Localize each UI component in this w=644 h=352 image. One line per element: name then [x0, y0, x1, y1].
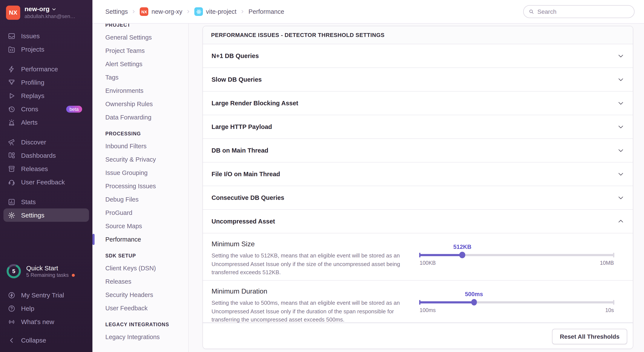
- sidebar-item-label: My Sentry Trial: [21, 292, 64, 299]
- sidebar-item-stats[interactable]: Stats: [0, 195, 92, 208]
- minimum-size-slider: 512KB 100KB 10MB: [420, 234, 614, 280]
- settings-nav-item-tags[interactable]: Tags: [92, 70, 188, 84]
- slider-min-tick: [419, 252, 420, 258]
- quick-start-widget[interactable]: 5 Quick Start 5 Remaining tasks: [0, 260, 92, 282]
- sidebar-item-dashboards[interactable]: Dashboards: [0, 149, 92, 162]
- slider-max-tick: [613, 300, 614, 305]
- top-bar: SettingsNXnew-org-xyvite-projectPerforma…: [92, 0, 644, 24]
- projects-icon: [8, 45, 16, 53]
- sidebar-item-label: Crons: [21, 105, 38, 112]
- sidebar-item-label: Releases: [21, 165, 48, 172]
- sidebar-item-releases[interactable]: Releases: [0, 162, 92, 175]
- org-avatar: NX: [6, 5, 20, 20]
- right-region: SettingsNXnew-org-xyvite-projectPerforma…: [92, 0, 644, 352]
- settings-nav-item-performance[interactable]: Performance: [92, 232, 188, 246]
- breadcrumb-performance[interactable]: Performance: [248, 8, 284, 15]
- org-meta: new-org abdullah.khan@sen…: [24, 5, 76, 20]
- detector-row-file-i-o-on-main-thread[interactable]: File I/O on Main Thread: [203, 162, 633, 186]
- chevron-down-icon: [52, 7, 56, 12]
- help-icon: [8, 304, 16, 312]
- org-switcher[interactable]: NX new-org abdullah.khan@sen…: [0, 0, 92, 24]
- detector-list: N+1 DB QueriesSlow DB QueriesLarge Rende…: [203, 44, 633, 234]
- sidebar-item-discover[interactable]: Discover: [0, 136, 92, 149]
- sidebar-item-user-feedback[interactable]: User Feedback: [0, 175, 92, 189]
- slider-track[interactable]: [420, 254, 614, 256]
- chevron-up-icon: [617, 218, 624, 225]
- whats-new-icon: [8, 318, 16, 326]
- search-input[interactable]: [538, 8, 630, 15]
- sidebar-item-my-sentry-trial[interactable]: My Sentry Trial: [0, 288, 92, 302]
- stats-icon: [8, 198, 16, 206]
- detector-row-slow-db-queries[interactable]: Slow DB Queries: [203, 68, 633, 92]
- settings-nav-item-alert-settings[interactable]: Alert Settings: [92, 57, 188, 70]
- minimum-duration-description: Setting the value to 500ms, means that a…: [212, 299, 407, 324]
- sidebar-item-label: Help: [21, 305, 34, 312]
- settings-nav-item-security-privacy[interactable]: Security & Privacy: [92, 152, 188, 166]
- detector-row-uncompressed-asset[interactable]: Uncompressed Asset: [203, 210, 633, 234]
- breadcrumb-vite-project[interactable]: vite-project: [194, 7, 236, 16]
- chevron-down-icon: [617, 171, 624, 178]
- slider-max-label: 10s: [605, 307, 614, 313]
- settings-nav-item-legacy-integrations[interactable]: Legacy Integrations: [92, 330, 188, 344]
- breadcrumb-new-org-xy[interactable]: NXnew-org-xy: [140, 7, 182, 16]
- sidebar-item-label: Projects: [21, 46, 44, 53]
- slider-min-label: 100KB: [420, 260, 436, 266]
- minimum-duration-title: Minimum Duration: [212, 287, 407, 296]
- settings-nav-item-ownership-rules[interactable]: Ownership Rules: [92, 97, 188, 110]
- detector-label: DB on Main Thread: [212, 147, 268, 154]
- sidebar-item-label: Profiling: [21, 79, 44, 86]
- sidebar-item-help[interactable]: Help: [0, 302, 92, 315]
- settings-nav-item-debug-files[interactable]: Debug Files: [92, 192, 188, 206]
- detector-row-large-render-blocking-asset[interactable]: Large Render Blocking Asset: [203, 92, 633, 115]
- settings-nav: PROJECTGeneral SettingsProject TeamsAler…: [92, 24, 189, 352]
- sidebar-item-what-s-new[interactable]: What's new: [0, 315, 92, 328]
- settings-nav-item-environments[interactable]: Environments: [92, 84, 188, 97]
- settings-nav-item-source-maps[interactable]: Source Maps: [92, 219, 188, 232]
- sidebar-item-performance[interactable]: Performance: [0, 62, 92, 76]
- search-box[interactable]: [523, 5, 634, 18]
- sidebar-collapse-button[interactable]: Collapse: [0, 334, 92, 347]
- settings-nav-item-project-teams[interactable]: Project Teams: [92, 44, 188, 57]
- settings-nav-item-general-settings[interactable]: General Settings: [92, 30, 188, 44]
- slider-thumb[interactable]: [471, 299, 477, 305]
- slider-fill: [420, 254, 462, 256]
- quick-start-count: 5: [12, 268, 15, 274]
- breadcrumb-settings[interactable]: Settings: [105, 8, 128, 15]
- settings-nav-item-security-headers[interactable]: Security Headers: [92, 288, 188, 301]
- detector-row-db-on-main-thread[interactable]: DB on Main Thread: [203, 139, 633, 162]
- settings-nav-item-client-keys-dsn[interactable]: Client Keys (DSN): [92, 261, 188, 275]
- detector-row-large-http-payload[interactable]: Large HTTP Payload: [203, 115, 633, 139]
- settings-nav-item-releases[interactable]: Releases: [92, 275, 188, 288]
- sidebar-item-profiling[interactable]: Profiling: [0, 76, 92, 89]
- settings-nav-item-proguard[interactable]: ProGuard: [92, 206, 188, 219]
- sidebar-item-settings[interactable]: Settings: [4, 208, 89, 222]
- slider-max-tick: [613, 252, 614, 258]
- replays-icon: [8, 92, 16, 100]
- chevron-down-icon: [617, 100, 624, 106]
- slider-thumb[interactable]: [459, 252, 465, 258]
- detector-label: Slow DB Queries: [212, 76, 262, 83]
- settings-nav-item-issue-grouping[interactable]: Issue Grouping: [92, 166, 188, 179]
- reset-all-thresholds-button[interactable]: Reset All Thresholds: [552, 328, 628, 344]
- collapse-icon: [8, 336, 16, 344]
- user-feedback-icon: [8, 178, 16, 186]
- chevron-down-icon: [617, 52, 624, 59]
- sidebar-item-replays[interactable]: Replays: [0, 89, 92, 102]
- quick-start-subtitle: 5 Remaining tasks: [26, 272, 68, 278]
- settings-nav-item-processing-issues[interactable]: Processing Issues: [92, 179, 188, 192]
- sidebar-item-crons[interactable]: Cronsbeta: [0, 102, 92, 116]
- settings-nav-heading-sdk-setup: SDK SETUP: [92, 253, 188, 261]
- detector-row-consecutive-db-queries[interactable]: Consecutive DB Queries: [203, 186, 633, 210]
- sidebar-item-alerts[interactable]: Alerts: [0, 116, 92, 129]
- settings-nav-item-user-feedback[interactable]: User Feedback: [92, 301, 188, 314]
- breadcrumb-separator-icon: [186, 9, 191, 14]
- react-icon: [194, 7, 203, 16]
- sidebar-item-issues[interactable]: Issues: [0, 29, 92, 42]
- chevron-down-icon: [617, 76, 624, 83]
- settings-nav-item-inbound-filters[interactable]: Inbound Filters: [92, 139, 188, 152]
- detector-row-n-1-db-queries[interactable]: N+1 DB Queries: [203, 44, 633, 68]
- sidebar-item-projects[interactable]: Projects: [0, 42, 92, 56]
- slider-track[interactable]: [420, 301, 614, 303]
- settings-nav-item-data-forwarding[interactable]: Data Forwarding: [92, 110, 188, 124]
- minimum-size-text: Minimum Size Setting the value to 512KB,…: [212, 234, 407, 280]
